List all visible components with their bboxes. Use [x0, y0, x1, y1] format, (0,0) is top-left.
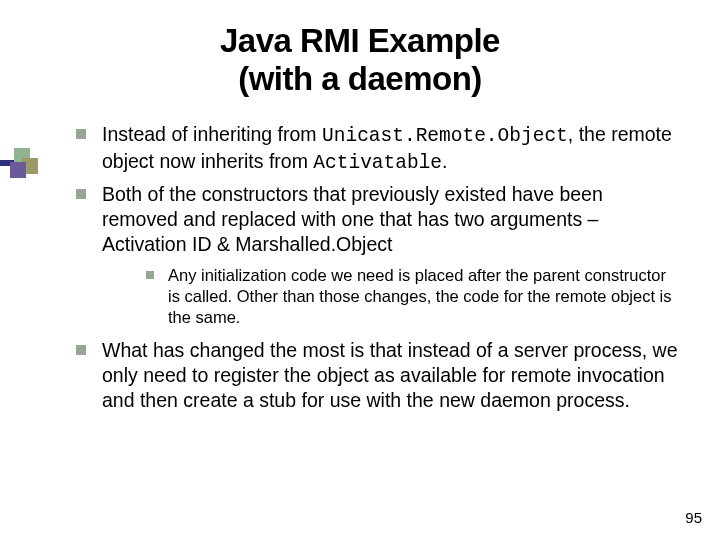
bullet-1-code-1: Unicast.Remote.Object: [322, 125, 568, 147]
bullet-2: Both of the constructors that previously…: [76, 182, 680, 328]
bullet-1-code-2: Activatable: [313, 152, 442, 174]
bullet-1-text-end: .: [442, 150, 447, 172]
bullet-1-text-pre: Instead of inheriting from: [102, 123, 322, 145]
title-line-1: Java RMI Example: [220, 22, 500, 59]
bullet-3: What has changed the most is that instea…: [76, 338, 680, 413]
bullet-2-sublist: Any initialization code we need is place…: [146, 265, 680, 328]
bullet-2-sub-1: Any initialization code we need is place…: [146, 265, 680, 328]
bullet-2-sub-1-text: Any initialization code we need is place…: [168, 266, 672, 326]
bullet-3-text: What has changed the most is that instea…: [102, 339, 678, 411]
slide: Java RMI Example (with a daemon) Instead…: [0, 0, 720, 540]
accent-square-purple: [10, 162, 26, 178]
title-line-2: (with a daemon): [238, 60, 482, 97]
bullet-list: Instead of inheriting from Unicast.Remot…: [76, 122, 680, 413]
page-number: 95: [685, 509, 702, 526]
accent-graphic: [0, 148, 40, 182]
bullet-1: Instead of inheriting from Unicast.Remot…: [76, 122, 680, 176]
bullet-2-text: Both of the constructors that previously…: [102, 183, 603, 255]
slide-title: Java RMI Example (with a daemon): [40, 22, 680, 98]
